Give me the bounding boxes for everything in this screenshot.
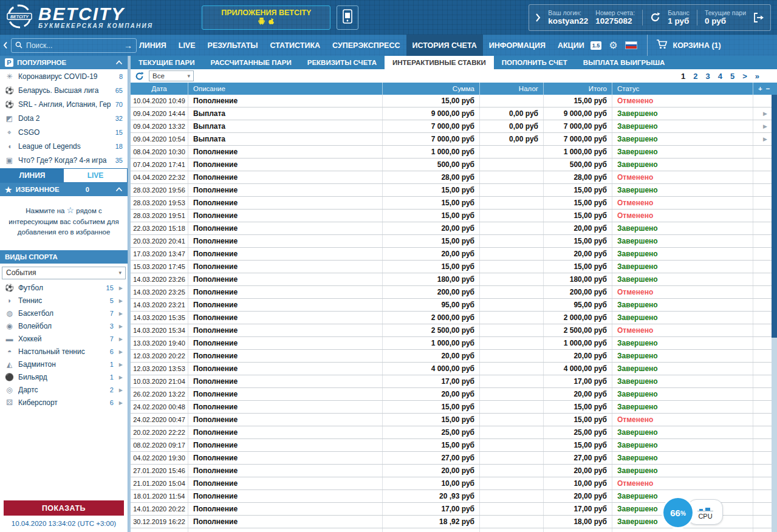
- table-row[interactable]: 07.04.2020 17:41 Пополнение 500,00 руб 5…: [131, 159, 777, 171]
- sidebar-collapse-icon[interactable]: [3, 41, 8, 49]
- table-row[interactable]: 26.02.2020 13:22 Пополнение 20,00 руб 20…: [131, 388, 777, 401]
- nav-tab[interactable]: ЛИНИЯ: [133, 35, 173, 56]
- account-subtab[interactable]: ТЕКУЩИЕ ПАРИ: [131, 56, 203, 69]
- popular-item[interactable]: ⚽ SRL - Англия, Испания, Гер... 70: [0, 97, 128, 111]
- table-row[interactable]: 08.02.2020 09:17 Пополнение 15,00 руб 15…: [131, 439, 777, 452]
- table-row[interactable]: 14.03.2020 23:26 Пополнение 180,00 руб 1…: [131, 273, 777, 286]
- table-row[interactable]: 15.03.2020 17:45 Пополнение 15,00 руб 15…: [131, 261, 777, 273]
- popular-section-header[interactable]: P ПОПУЛЯРНОЕ: [0, 56, 128, 69]
- page-link[interactable]: >: [742, 72, 747, 81]
- table-row[interactable]: 13.03.2020 19:40 Пополнение 1 000,00 руб…: [131, 337, 777, 350]
- table-row[interactable]: 20.02.2020 22:22 Пополнение 25,00 руб 25…: [131, 426, 777, 439]
- sport-item[interactable]: ◎ Дартс 2 ▶: [0, 384, 128, 397]
- expand-arrow-icon[interactable]: ▶: [119, 336, 123, 342]
- table-row[interactable]: 14.03.2020 23:25 Пополнение 200,00 руб 2…: [131, 286, 777, 299]
- mobile-version-button[interactable]: [337, 5, 358, 30]
- table-row[interactable]: 08.04.2020 10:30 Пополнение 1 000,00 руб…: [131, 146, 777, 159]
- table-row[interactable]: 28.03.2020 19:51 Пополнение 15,00 руб 15…: [131, 210, 777, 222]
- cart-button[interactable]: КОРЗИНА (1): [647, 35, 777, 56]
- sport-item[interactable]: ◓ Настольный теннис 6 ▶: [0, 346, 128, 358]
- account-subtab[interactable]: ИНТЕРАКТИВНЫЕ СТАВКИ: [385, 56, 494, 69]
- table-row[interactable]: ▶: [131, 528, 777, 532]
- table-row[interactable]: 14.03.2020 15:35 Пополнение 2 000,00 руб…: [131, 312, 777, 324]
- table-row[interactable]: 28.03.2020 19:53 Пополнение 15,00 руб 15…: [131, 197, 777, 210]
- sport-item[interactable]: ◉ Волейбол 3 ▶: [0, 320, 128, 333]
- russian-flag-icon[interactable]: [625, 41, 637, 49]
- odds-format-badge[interactable]: 1.5: [590, 41, 602, 50]
- nav-tab[interactable]: АКЦИИ: [552, 35, 590, 56]
- table-row[interactable]: 12.03.2020 20:22 Пополнение 20,00 руб 20…: [131, 350, 777, 363]
- popular-item[interactable]: ⌖ CSGO 15: [0, 125, 128, 139]
- account-subtab[interactable]: РАССЧИТАННЫЕ ПАРИ: [203, 56, 300, 69]
- expand-arrow-icon[interactable]: ▶: [119, 324, 123, 329]
- page-link[interactable]: 3: [705, 72, 710, 81]
- apps-button[interactable]: ПРИЛОЖЕНИЯ BETCITY: [202, 5, 330, 30]
- table-row[interactable]: 20.03.2020 20:41 Пополнение 15,00 руб 15…: [131, 235, 777, 248]
- column-header-total[interactable]: Итого: [544, 83, 612, 95]
- table-row[interactable]: 09.04.2020 13:32 Выплата 7 000,00 руб 0,…: [131, 120, 777, 133]
- page-link[interactable]: 2: [693, 72, 697, 81]
- table-row[interactable]: 27.01.2020 15:46 Пополнение 20,00 руб 20…: [131, 465, 777, 477]
- popular-item[interactable]: ▣ Что? Где? Когда? 4-я игра 35: [0, 153, 128, 167]
- tab-line[interactable]: ЛИНИЯ: [1, 169, 64, 182]
- expand-arrow-icon[interactable]: ▶: [119, 400, 123, 406]
- search-input[interactable]: [26, 41, 120, 50]
- table-row[interactable]: 14.03.2020 23:21 Пополнение 95,00 руб 95…: [131, 299, 777, 312]
- nav-tab[interactable]: ИНФОРМАЦИЯ: [483, 35, 552, 56]
- expand-arrow-icon[interactable]: ▶: [119, 298, 123, 304]
- tab-live[interactable]: LIVE: [64, 169, 127, 182]
- sport-item[interactable]: ▬ Хоккей 7 ▶: [0, 333, 128, 346]
- nav-tab[interactable]: СТАТИСТИКА: [264, 35, 327, 56]
- table-row[interactable]: 14.03.2020 15:34 Пополнение 2 500,00 руб…: [131, 324, 777, 337]
- table-row[interactable]: 22.03.2020 15:18 Пополнение 20,00 руб 20…: [131, 222, 777, 235]
- table-row[interactable]: 28.03.2020 19:56 Пополнение 15,00 руб 15…: [131, 184, 777, 197]
- account-subtab[interactable]: ПОПОЛНИТЬ СЧЕТ: [494, 56, 575, 69]
- chevron-up-icon[interactable]: [115, 60, 123, 65]
- sport-item[interactable]: ◍ Баскетбол 7 ▶: [0, 307, 128, 320]
- account-subtab[interactable]: РЕКВИЗИТЫ СЧЕТА: [300, 56, 385, 69]
- table-row[interactable]: 10.04.2020 10:49 Пополнение 15,00 руб 15…: [131, 95, 777, 107]
- table-row[interactable]: 24.02.2020 00:47 Пополнение 15,00 руб 15…: [131, 414, 777, 426]
- scrollbar-thumb[interactable]: [772, 95, 777, 338]
- refresh-balance-icon[interactable]: [650, 12, 660, 22]
- table-row[interactable]: 17.03.2020 13:47 Пополнение 20,00 руб 20…: [131, 248, 777, 261]
- table-row[interactable]: 24.02.2020 00:48 Пополнение 15,00 руб 15…: [131, 401, 777, 414]
- sport-item[interactable]: ⚫ Бильярд 1 ▶: [0, 371, 128, 384]
- chevron-up-icon[interactable]: [115, 187, 123, 192]
- row-expand-arrow-icon[interactable]: ▶: [763, 123, 767, 129]
- cpu-percent-badge[interactable]: 66 %: [663, 498, 693, 527]
- logout-icon[interactable]: [753, 12, 764, 23]
- column-header-status[interactable]: Статус: [612, 83, 753, 95]
- collapse-all-icon[interactable]: −: [766, 85, 770, 92]
- nav-tab[interactable]: LIVE: [173, 35, 202, 56]
- column-header-sum[interactable]: Сумма: [383, 83, 480, 95]
- search-submit-icon[interactable]: →: [124, 41, 132, 50]
- show-button[interactable]: ПОКАЗАТЬ: [4, 500, 124, 516]
- favorites-section-header[interactable]: ★ ИЗБРАННОЕ 0: [0, 183, 128, 196]
- table-row[interactable]: 09.04.2020 10:54 Выплата 7 000,00 руб 0,…: [131, 133, 777, 146]
- column-header-tax[interactable]: Налог: [480, 83, 544, 95]
- popular-item[interactable]: ⚽ Беларусь. Высшая лига 65: [0, 83, 128, 97]
- expand-arrow-icon[interactable]: ▶: [119, 311, 123, 316]
- expand-arrow-icon[interactable]: ▶: [119, 349, 123, 355]
- expand-arrow-icon[interactable]: ▶: [119, 285, 123, 291]
- page-link[interactable]: »: [755, 72, 759, 81]
- expand-arrow-icon[interactable]: ▶: [119, 375, 123, 380]
- expand-arrow-icon[interactable]: ▶: [119, 387, 123, 393]
- account-subtab[interactable]: ВЫПЛАТА ВЫИГРЫША: [575, 56, 673, 69]
- expand-arrow-icon[interactable]: ▶: [119, 362, 123, 367]
- refresh-table-icon[interactable]: [135, 72, 144, 81]
- gear-icon[interactable]: ⚙: [609, 41, 617, 50]
- table-scrollbar[interactable]: [772, 95, 777, 532]
- table-row[interactable]: 04.04.2020 22:32 Пополнение 28,00 руб 28…: [131, 171, 777, 184]
- sport-item[interactable]: ⚄ Киберспорт 6 ▶: [0, 397, 128, 409]
- table-row[interactable]: 09.04.2020 14:44 Выплата 9 000,00 руб 0,…: [131, 107, 777, 120]
- popular-item[interactable]: ◩ Dota 2 32: [0, 111, 128, 125]
- row-expand-arrow-icon[interactable]: ▶: [763, 111, 767, 117]
- nav-tab[interactable]: СУПЕРЭКСПРЕСС: [326, 35, 406, 56]
- page-link[interactable]: 5: [730, 72, 734, 81]
- nav-tab[interactable]: РЕЗУЛЬТАТЫ: [202, 35, 264, 56]
- page-link[interactable]: 1: [681, 72, 685, 81]
- popular-item[interactable]: ✳ Коронавирус COVID-19 8: [0, 69, 128, 83]
- cpu-monitor-widget[interactable]: CPU: [688, 499, 723, 525]
